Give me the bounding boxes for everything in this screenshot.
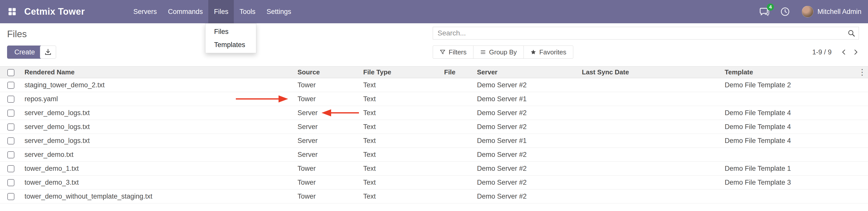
table-row[interactable]: server_demo.txtServerTextDemo Server #2 <box>0 148 868 162</box>
cell-rendered-name[interactable]: repos.yaml <box>22 92 294 106</box>
cell-rendered-name[interactable]: server_demo_logs.txt <box>22 134 294 148</box>
row-checkbox[interactable] <box>7 179 14 186</box>
menu-item-files[interactable]: Files <box>208 0 234 23</box>
cell-template[interactable]: Demo File Template 3 <box>722 176 868 189</box>
apps-menu-button[interactable] <box>7 6 18 17</box>
table-row[interactable]: repos.yamlTowerTextDemo Server #1 <box>0 92 868 106</box>
cell-file-type[interactable]: Text <box>360 78 441 92</box>
cell-last-sync-date[interactable] <box>579 78 722 92</box>
cell-source[interactable]: Tower <box>294 176 360 189</box>
cell-file[interactable] <box>441 120 474 134</box>
cell-server[interactable]: Demo Server #1 <box>474 134 579 148</box>
cell-file[interactable] <box>441 189 474 203</box>
cell-template[interactable] <box>722 189 868 203</box>
cell-server[interactable]: Demo Server #2 <box>474 148 579 162</box>
messages-button[interactable]: 4 <box>759 7 769 17</box>
cell-file[interactable] <box>441 176 474 189</box>
search-submit-button[interactable] <box>844 27 859 39</box>
cell-last-sync-date[interactable] <box>579 92 722 106</box>
column-header-source[interactable]: Source <box>294 66 360 78</box>
menu-item-servers[interactable]: Servers <box>128 0 162 23</box>
column-header-file[interactable]: File <box>441 66 474 78</box>
cell-last-sync-date[interactable] <box>579 106 722 120</box>
cell-last-sync-date[interactable] <box>579 162 722 176</box>
column-header-file-type[interactable]: File Type <box>360 66 441 78</box>
table-row[interactable]: tower_demo_3.txtTowerTextDemo Server #2D… <box>0 176 868 189</box>
filters-button[interactable]: Filters <box>433 46 473 59</box>
table-row[interactable]: server_demo_logs.txtServerTextDemo Serve… <box>0 120 868 134</box>
cell-file[interactable] <box>441 148 474 162</box>
dropdown-item-templates[interactable]: Templates <box>206 38 256 51</box>
cell-last-sync-date[interactable] <box>579 189 722 203</box>
optional-columns-toggle[interactable]: ⋮ <box>857 67 867 77</box>
cell-rendered-name[interactable]: staging_tower_demo_2.txt <box>22 78 294 92</box>
cell-source[interactable]: Tower <box>294 92 360 106</box>
cell-rendered-name[interactable]: tower_demo_3.txt <box>22 176 294 189</box>
row-checkbox[interactable] <box>7 165 14 172</box>
create-button[interactable]: Create <box>7 46 42 59</box>
cell-server[interactable]: Demo Server #2 <box>474 176 579 189</box>
column-header-last-sync-date[interactable]: Last Sync Date <box>579 66 722 78</box>
pager-previous-button[interactable] <box>838 46 850 59</box>
row-checkbox[interactable] <box>7 82 14 89</box>
table-row[interactable]: tower_demo_without_template_staging.txtT… <box>0 189 868 203</box>
menu-item-commands[interactable]: Commands <box>162 0 208 23</box>
table-row[interactable]: server_demo_logs.txtServerTextDemo Serve… <box>0 106 868 120</box>
cell-rendered-name[interactable]: tower_demo_1.txt <box>22 162 294 176</box>
cell-file-type[interactable]: Text <box>360 176 441 189</box>
cell-file-type[interactable]: Text <box>360 148 441 162</box>
cell-template[interactable]: Demo File Template 2 <box>722 78 868 92</box>
cell-template[interactable]: Demo File Template 4 <box>722 106 868 120</box>
cell-file[interactable] <box>441 92 474 106</box>
cell-template[interactable] <box>722 92 868 106</box>
cell-last-sync-date[interactable] <box>579 134 722 148</box>
pager-next-button[interactable] <box>850 46 861 59</box>
export-button[interactable] <box>40 46 56 59</box>
column-header-server[interactable]: Server <box>474 66 579 78</box>
cell-file-type[interactable]: Text <box>360 106 441 120</box>
row-checkbox[interactable] <box>7 193 14 200</box>
table-row[interactable]: tower_demo_1.txtTowerTextDemo Server #2D… <box>0 162 868 176</box>
group-by-button[interactable]: Group By <box>473 46 524 59</box>
cell-source[interactable]: Tower <box>294 162 360 176</box>
cell-source[interactable]: Server <box>294 120 360 134</box>
table-row[interactable]: staging_tower_demo_2.txtTowerTextDemo Se… <box>0 78 868 92</box>
cell-server[interactable]: Demo Server #2 <box>474 106 579 120</box>
dropdown-item-files[interactable]: Files <box>206 25 256 38</box>
user-name[interactable]: Mitchell Admin <box>817 8 861 16</box>
row-checkbox[interactable] <box>7 138 14 145</box>
cell-file[interactable] <box>441 162 474 176</box>
cell-source[interactable]: Server <box>294 148 360 162</box>
row-checkbox[interactable] <box>7 110 14 117</box>
cell-file-type[interactable]: Text <box>360 162 441 176</box>
cell-last-sync-date[interactable] <box>579 120 722 134</box>
cell-file[interactable] <box>441 134 474 148</box>
cell-template[interactable] <box>722 148 868 162</box>
cell-file[interactable] <box>441 106 474 120</box>
cell-source[interactable]: Tower <box>294 189 360 203</box>
table-row[interactable]: server_demo_logs.txtServerTextDemo Serve… <box>0 134 868 148</box>
cell-server[interactable]: Demo Server #2 <box>474 78 579 92</box>
cell-file[interactable] <box>441 78 474 92</box>
cell-template[interactable]: Demo File Template 4 <box>722 134 868 148</box>
select-all-checkbox[interactable] <box>7 69 14 76</box>
activities-button[interactable] <box>780 7 790 17</box>
cell-rendered-name[interactable]: server_demo_logs.txt <box>22 106 294 120</box>
cell-source[interactable]: Server <box>294 106 360 120</box>
row-checkbox[interactable] <box>7 151 14 158</box>
cell-last-sync-date[interactable] <box>579 148 722 162</box>
cell-file-type[interactable]: Text <box>360 120 441 134</box>
app-brand[interactable]: Cetmix Tower <box>24 6 85 17</box>
menu-item-settings[interactable]: Settings <box>261 0 297 23</box>
row-checkbox[interactable] <box>7 96 14 103</box>
row-checkbox[interactable] <box>7 123 14 130</box>
cell-rendered-name[interactable]: server_demo.txt <box>22 148 294 162</box>
cell-template[interactable]: Demo File Template 1 <box>722 162 868 176</box>
cell-rendered-name[interactable]: tower_demo_without_template_staging.txt <box>22 189 294 203</box>
cell-server[interactable]: Demo Server #2 <box>474 162 579 176</box>
cell-last-sync-date[interactable] <box>579 176 722 189</box>
cell-source[interactable]: Server <box>294 134 360 148</box>
cell-template[interactable]: Demo File Template 4 <box>722 120 868 134</box>
menu-item-tools[interactable]: Tools <box>234 0 261 23</box>
column-header-template[interactable]: Template <box>722 66 868 78</box>
